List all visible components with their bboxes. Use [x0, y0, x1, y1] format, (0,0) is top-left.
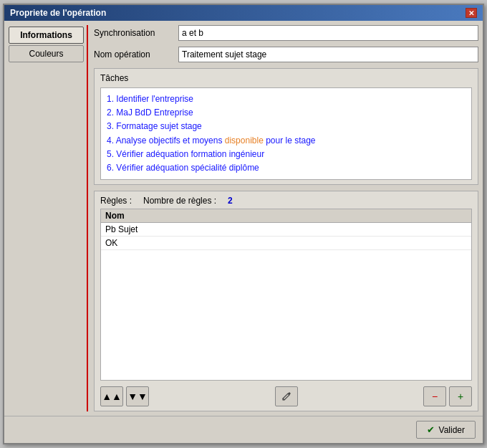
move-down-button[interactable]: ▼▼ [126, 386, 149, 406]
task-6: 6. Vérifier adéquation spécialité diplôm… [107, 161, 466, 175]
regles-col-nom: Nom [101, 209, 471, 223]
task-5: 5. Vérifier adéquation formation ingénie… [107, 148, 466, 161]
edit-button-group [275, 386, 298, 406]
edit-icon [281, 391, 291, 401]
taches-section: Tâches 1. Identifier l'entreprise 2. MaJ… [94, 68, 478, 185]
regles-count-value: 2 [228, 196, 233, 206]
table-row[interactable]: OK [101, 237, 471, 250]
sidebar: Informations Couleurs [9, 25, 84, 411]
task-4-orange: disponible [225, 135, 264, 146]
synchronisation-input[interactable] [178, 25, 478, 41]
add-button[interactable]: + [449, 386, 472, 406]
synchronisation-row: Synchronisation [94, 25, 478, 41]
validate-label: Valider [439, 425, 465, 435]
taches-title: Tâches [100, 73, 472, 83]
main-panel: Synchronisation Nom opération Tâches 1. … [87, 25, 478, 411]
tab-couleurs[interactable]: Couleurs [9, 45, 84, 62]
task-2: 2. MaJ BdD Entreprise [107, 106, 466, 120]
remove-button[interactable]: − [423, 386, 446, 406]
nom-operation-input[interactable] [178, 47, 478, 62]
task-3: 3. Formatage sujet stage [107, 120, 466, 133]
add-remove-group: − + [423, 386, 472, 406]
tasks-list: 1. Identifier l'entreprise 2. MaJ BdD En… [100, 87, 472, 180]
edit-button[interactable] [275, 386, 298, 406]
move-buttons-group: ▲▲ ▼▼ [100, 386, 149, 406]
title-bar: Propriete de l'opération ✕ [4, 5, 483, 21]
nom-operation-label: Nom opération [94, 49, 173, 59]
window-content: Informations Couleurs Synchronisation No… [4, 21, 483, 416]
close-button[interactable]: ✕ [466, 8, 477, 18]
task-4: 4. Analyse objectifs et moyens disponibl… [107, 134, 466, 148]
regles-section: Règles : Nombre de règles : 2 Nom Pb Suj… [94, 191, 478, 411]
main-window: Propriete de l'opération ✕ Informations … [3, 4, 484, 444]
regles-buttons: ▲▲ ▼▼ − + [100, 386, 472, 406]
check-icon: ✔ [427, 424, 435, 435]
regles-title: Règles : [100, 196, 132, 206]
regles-count-label: Nombre de règles : [143, 196, 216, 206]
regles-table: Nom Pb Sujet OK [100, 209, 472, 381]
regles-header: Règles : Nombre de règles : 2 [100, 196, 472, 206]
nom-operation-row: Nom opération [94, 47, 478, 62]
table-row[interactable]: Pb Sujet [101, 223, 471, 237]
move-up-button[interactable]: ▲▲ [100, 386, 123, 406]
tab-informations[interactable]: Informations [9, 27, 84, 44]
task-1: 1. Identifier l'entreprise [107, 92, 466, 106]
window-title: Propriete de l'opération [10, 8, 106, 18]
bottom-bar: ✔ Valider [4, 416, 483, 443]
validate-button[interactable]: ✔ Valider [416, 421, 476, 439]
synchronisation-label: Synchronisation [94, 28, 173, 38]
